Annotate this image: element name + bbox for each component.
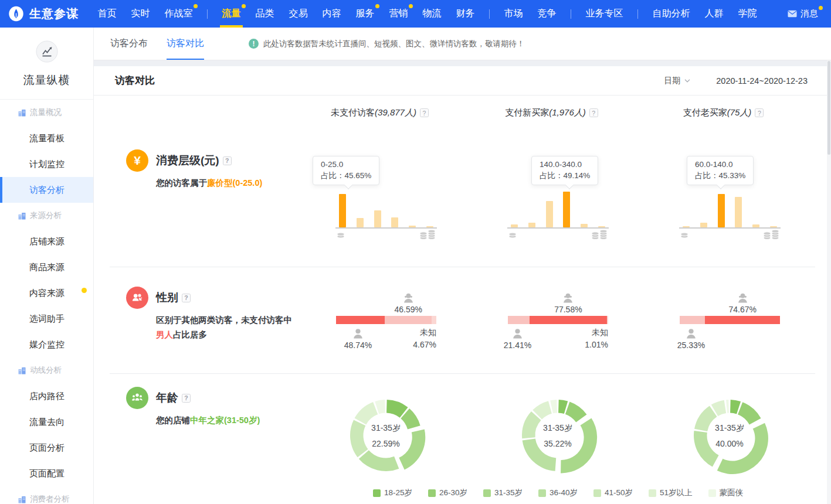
nav-item-academy[interactable]: 学院 [731,0,764,28]
male-segment[interactable] [680,316,705,324]
sidebar-item-traffic-board[interactable]: 流量看板 [0,125,93,151]
content-card: 访客对比 日期 2020-11-24~2020-12-23 未支付访客(39,8… [94,66,831,504]
male-icon [511,328,524,339]
scrollbar[interactable] [827,60,831,504]
male-segment[interactable] [508,316,530,324]
unknown-segment[interactable] [607,316,608,324]
age-legend: 18-25岁26-30岁31-35岁36-40岁41-50岁51岁以上蒙面侠 [300,488,816,498]
age-donut-chart [687,393,772,478]
sidebar-item-traffic-overview[interactable]: 流量概况 [0,100,93,125]
sidebar-item-visitor-analysis[interactable]: 访客分析 [0,177,93,203]
nav-item-home[interactable]: 首页 [90,0,124,28]
unknown-stat: 未知1.01% [585,326,608,351]
help-icon[interactable] [182,394,191,403]
bar[interactable] [700,223,707,227]
building-icon [18,496,26,503]
unknown-segment[interactable] [432,316,436,324]
sidebar-item-media-monitor[interactable]: 媒介监控 [0,332,93,357]
legend-item: 51岁以上 [649,488,693,498]
bar[interactable] [735,197,742,228]
nav-item-realtime[interactable]: 实时 [124,0,157,28]
legend-swatch [708,489,716,497]
male-segment[interactable] [336,316,385,324]
nav-item-business-zone[interactable]: 业务专区 [578,0,630,28]
age-slice[interactable] [694,406,717,431]
legend-swatch [373,489,381,497]
consumption-chart-new-buyers: 140.0-340.0占比：49.14% [472,130,644,267]
nav-item-traffic[interactable]: 流量 [215,0,248,28]
sidebar-item-plan-monitor[interactable]: 计划监控 [0,151,93,177]
age-slice[interactable] [350,420,368,457]
sidebar-item-traffic-destination[interactable]: 流量去向 [0,409,93,435]
bar[interactable] [528,223,535,227]
building-icon [18,109,26,117]
sidebar-item-word-helper[interactable]: 选词助手 [0,306,93,332]
age-slice[interactable] [561,418,597,474]
family-icon [126,387,148,409]
tab-visitor-compare[interactable]: 访客对比 [167,28,204,60]
nav-item-marketing[interactable]: 营销 [382,0,415,28]
sidebar-item-source-analysis[interactable]: 来源分析 [0,203,93,229]
age-slice[interactable] [523,438,557,471]
help-icon[interactable] [755,108,764,117]
sidebar-item-content-source[interactable]: 内容来源 [0,280,93,306]
sidebar-item-consumer-analysis[interactable]: 消费者分析 [0,486,93,504]
help-icon[interactable] [589,108,598,117]
age-slice[interactable] [565,402,587,423]
messages-button[interactable]: 消息 [784,0,826,28]
age-slice[interactable] [359,450,399,471]
age-slice[interactable] [694,431,719,466]
legend-swatch [483,489,491,497]
age-slice[interactable] [355,402,378,424]
notification-dot [819,6,823,10]
male-icon [351,328,365,339]
scrollbar-thumb[interactable] [827,61,830,155]
female-segment[interactable] [705,316,780,324]
nav-item-audience[interactable]: 人群 [697,0,731,28]
notification-dot [242,4,246,8]
brand[interactable]: 生意参谋 [8,6,90,22]
nav-item-market[interactable]: 市场 [497,0,530,28]
sidebar-item-page-analysis[interactable]: 页面分析 [0,435,93,461]
bar[interactable] [718,194,725,227]
building-icon [18,367,26,374]
female-segment[interactable] [385,316,432,324]
help-icon[interactable] [182,294,191,302]
bar[interactable] [391,217,398,227]
date-filter-dropdown[interactable]: 日期 [664,76,690,86]
nav-item-service[interactable]: 服务 [348,0,382,28]
nav-item-self-analysis[interactable]: 自助分析 [645,0,697,28]
sidebar-item-item-source[interactable]: 商品来源 [0,254,93,280]
tab-visitor-distribution[interactable]: 访客分布 [110,28,148,60]
age-slice[interactable] [717,423,768,474]
bar[interactable] [374,210,381,227]
bar[interactable] [357,218,364,227]
nav-item-trade[interactable]: 交易 [281,0,315,28]
nav-item-war-room[interactable]: 作战室 [157,0,200,28]
nav-item-category[interactable]: 品类 [248,0,281,28]
date-range[interactable]: 2020-11-24~2020-12-23 [716,76,808,86]
envelope-icon [788,10,797,18]
nav-item-content[interactable]: 内容 [315,0,348,28]
nav-item-competition[interactable]: 竞争 [530,0,564,28]
help-icon[interactable] [223,156,232,165]
help-icon[interactable] [420,108,429,117]
sidebar-item-shop-source[interactable]: 店铺来源 [0,229,93,254]
coins-stack-icon [418,229,437,243]
female-segment[interactable] [530,316,608,324]
sidebar-item-path-analysis[interactable]: 动线分析 [0,357,93,383]
sidebar-item-instore-path[interactable]: 店内路径 [0,383,93,409]
age-slice[interactable] [399,430,425,470]
nav-divider [637,9,638,19]
age-slice[interactable] [738,402,761,424]
gender-chart-unpaid-visitors: 46.59%48.74%未知4.67% [300,267,472,373]
bar[interactable] [339,194,346,227]
sidebar-item-page-config[interactable]: 页面配置 [0,461,93,486]
nav-item-logistics[interactable]: 物流 [415,0,449,28]
nav-item-finance[interactable]: 财务 [449,0,482,28]
bar[interactable] [546,201,553,227]
age-slice[interactable] [550,400,557,413]
bar[interactable] [563,192,570,227]
age-slice[interactable] [726,400,729,413]
gender-chart-new-buyers: 77.58%21.41%未知1.01% [472,267,644,373]
